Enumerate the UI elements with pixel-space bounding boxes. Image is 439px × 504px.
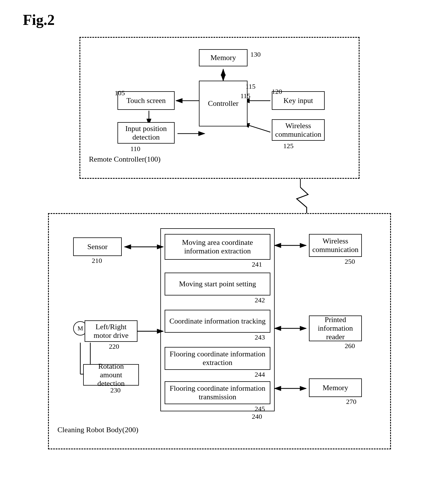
controller-box: 115 Controller [199, 81, 248, 126]
memory-crb-number: 270 [346, 398, 356, 406]
diagram-container: Memory 130 Touch screen 105 115 Controll… [23, 37, 416, 449]
moving-start-number: 242 [255, 296, 265, 304]
controller-number: 115 [240, 92, 250, 100]
rc-label: Remote Controller(100) [89, 155, 350, 164]
wireless-comm-rc-box: Wireless communication [272, 119, 325, 141]
key-input-number: 120 [272, 88, 282, 96]
wireless-comm-crb-box: Wireless communication [309, 234, 362, 257]
input-pos-number: 110 [130, 145, 140, 153]
memory-number: 130 [250, 51, 261, 58]
left-right-motor-box: Left/Right motor drive [85, 320, 137, 342]
printed-info-number: 260 [345, 342, 355, 350]
flooring-trans-box: Flooring coordinate information transmis… [165, 381, 270, 404]
cleaning-robot-box: M Sensor 210 Left/Right motor drive 220 … [48, 213, 391, 449]
flooring-extract-number: 244 [255, 371, 265, 378]
crb-inner: M Sensor 210 Left/Right motor drive 220 … [57, 220, 382, 423]
memory-box: Memory [199, 49, 248, 66]
input-pos-box: Input position detection [117, 122, 175, 144]
moving-area-number: 241 [252, 261, 262, 268]
group-240-label: 240 [252, 413, 262, 420]
fig-title: Fig.2 [23, 11, 416, 28]
remote-controller-box: Memory 130 Touch screen 105 115 Controll… [79, 37, 360, 179]
wireless-comm-crb-number: 250 [345, 258, 355, 265]
lightning-svg [62, 179, 377, 213]
motor-number: 220 [109, 343, 119, 350]
lightning-connector [62, 179, 377, 213]
crb-label: Cleaning Robot Body(200) [57, 426, 382, 434]
coord-tracking-number: 243 [255, 334, 265, 341]
cleaning-robot-section: M Sensor 210 Left/Right motor drive 220 … [48, 213, 391, 449]
remote-controller-section: Memory 130 Touch screen 105 115 Controll… [62, 37, 377, 179]
coord-tracking-box: Coordinate information tracking [165, 310, 270, 333]
sensor-number: 210 [92, 257, 102, 265]
sensor-box: Sensor [73, 237, 122, 256]
flooring-trans-number: 245 [255, 405, 265, 413]
touch-screen-box: Touch screen [117, 91, 175, 110]
rotation-number: 230 [110, 386, 121, 394]
touch-screen-number: 105 [115, 89, 125, 97]
rc-inner: Memory 130 Touch screen 105 115 Controll… [89, 43, 350, 152]
printed-info-box: Printed information reader [309, 316, 362, 341]
rotation-detect-box: Rotation amount detection [83, 364, 139, 386]
wireless-comm-rc-number: 125 [283, 142, 294, 150]
moving-area-box: Moving area coordinate information extra… [165, 234, 270, 260]
flooring-extract-box: Flooring coordinate information extracti… [165, 347, 270, 370]
memory-crb-box: Memory [309, 378, 362, 397]
moving-start-box: Moving start point setting [165, 273, 270, 295]
page-container: Fig.2 [23, 11, 416, 449]
